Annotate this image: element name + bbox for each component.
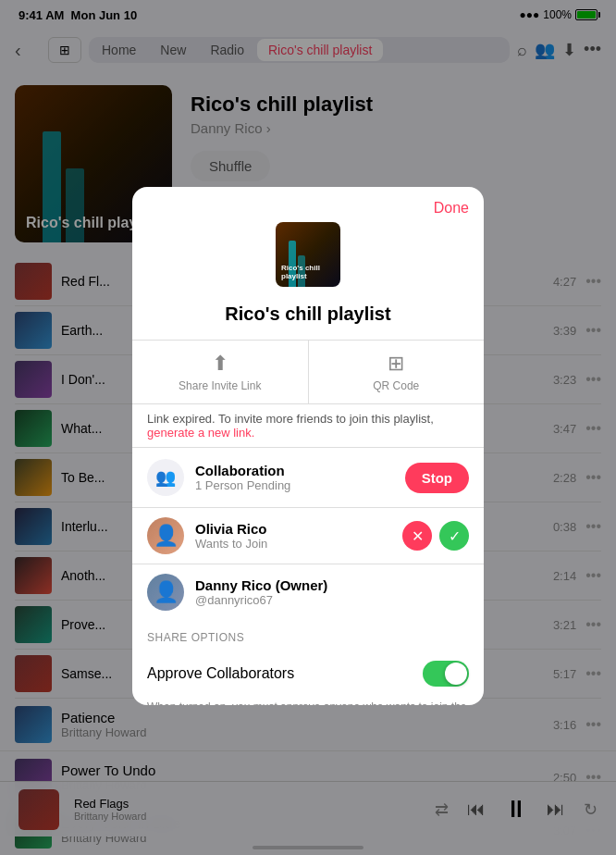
generate-link-button[interactable]: generate a new link. — [147, 426, 254, 440]
modal-cover-title: Rico's chill playlist — [281, 264, 335, 281]
danny-avatar: 👤 — [147, 574, 184, 611]
danny-row: 👤 Danny Rico (Owner) @dannyrico67 — [132, 564, 484, 620]
share-invite-label: Share Invite Link — [179, 379, 261, 392]
modal-header: Done — [132, 187, 484, 217]
danny-info: Danny Rico (Owner) @dannyrico67 — [195, 577, 469, 607]
share-options-label: SHARE OPTIONS — [147, 631, 469, 644]
qr-code-label: QR Code — [373, 379, 419, 392]
collaboration-icon: 👥 — [147, 459, 184, 496]
approve-label: Approve Collaborators — [147, 665, 423, 682]
share-invite-button[interactable]: ⬆ Share Invite Link — [132, 341, 309, 403]
toggle-thumb — [445, 663, 467, 685]
olivia-avatar-icon: 👤 — [154, 524, 179, 548]
share-icon: ⬆ — [212, 352, 228, 376]
olivia-row: 👤 Olivia Rico Wants to Join ✕ ✓ — [132, 507, 484, 564]
collaboration-section: 👥 Collaboration 1 Person Pending Stop — [132, 447, 484, 507]
qr-icon: ⊞ — [388, 352, 404, 376]
collaboration-title: Collaboration — [195, 463, 394, 478]
qr-code-button[interactable]: ⊞ QR Code — [309, 341, 485, 403]
olivia-info: Olivia Rico Wants to Join — [195, 521, 391, 551]
approve-description: When turned on, you must approve anyone … — [147, 696, 469, 705]
link-expired-text: Link expired. To invite more friends to … — [147, 412, 434, 426]
approve-toggle[interactable] — [423, 661, 469, 687]
modal-playlist-cover: Rico's chill playlist — [276, 222, 340, 287]
danny-avatar-icon: 👤 — [154, 580, 179, 604]
stop-button[interactable]: Stop — [405, 463, 469, 493]
olivia-actions: ✕ ✓ — [402, 521, 469, 551]
accept-button[interactable]: ✓ — [439, 521, 469, 551]
collaboration-subtitle: 1 Person Pending — [195, 478, 394, 492]
olivia-status: Wants to Join — [195, 537, 391, 551]
collaboration-modal: Done Rico's chill playlist Rico's chill … — [132, 187, 484, 705]
modal-overlay[interactable]: Done Rico's chill playlist Rico's chill … — [0, 0, 616, 855]
approve-collaborators-row: Approve Collaborators — [147, 651, 469, 696]
done-button[interactable]: Done — [434, 200, 469, 217]
modal-cover-container: Rico's chill playlist — [132, 222, 484, 296]
share-buttons: ⬆ Share Invite Link ⊞ QR Code — [132, 340, 484, 404]
share-options-section: SHARE OPTIONS Approve Collaborators When… — [132, 620, 484, 705]
reject-button[interactable]: ✕ — [402, 521, 432, 551]
olivia-name: Olivia Rico — [195, 521, 391, 537]
link-expired-notice: Link expired. To invite more friends to … — [132, 404, 484, 447]
olivia-avatar: 👤 — [147, 517, 184, 554]
danny-handle: @dannyrico67 — [195, 593, 469, 607]
danny-name: Danny Rico (Owner) — [195, 577, 469, 593]
collaboration-info: Collaboration 1 Person Pending — [195, 463, 394, 492]
modal-title: Rico's chill playlist — [132, 304, 484, 340]
